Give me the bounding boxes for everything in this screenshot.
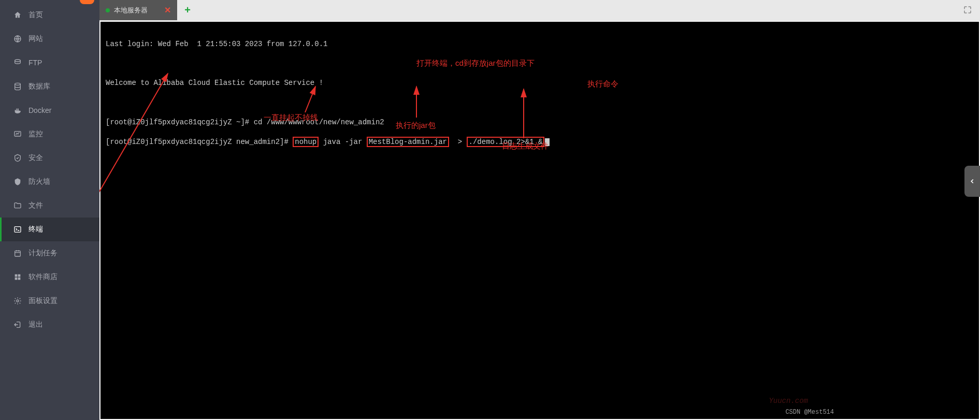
- apps-icon: [13, 272, 22, 282]
- ftp-icon: [13, 58, 22, 67]
- gear-icon: [13, 296, 22, 306]
- home-icon: [13, 10, 22, 20]
- sidebar-item-label: 数据库: [28, 82, 50, 91]
- annotation-jar: 执行的jar包: [396, 120, 436, 131]
- status-dot-icon: [106, 8, 110, 12]
- terminal-line: Welcome to Alibaba Cloud Elastic Compute…: [106, 78, 974, 88]
- sidebar-item-security[interactable]: 安全: [0, 146, 99, 170]
- add-tab-button[interactable]: +: [177, 0, 198, 20]
- sidebar-item-ftp[interactable]: FTP: [0, 51, 99, 75]
- svg-point-2: [15, 83, 21, 85]
- sidebar-item-website[interactable]: 网站: [0, 27, 99, 51]
- svg-rect-4: [15, 227, 21, 233]
- sidebar-item-label: 文件: [28, 201, 43, 210]
- sidebar-item-label: 面板设置: [28, 296, 57, 306]
- sidebar-item-label: 首页: [28, 10, 43, 20]
- sidebar-item-label: 防火墙: [28, 177, 50, 186]
- terminal-line: [106, 98, 974, 108]
- terminal-line: [root@iZ0jlf5pxdyac81qcg2ijyZ ~]# cd /ww…: [106, 118, 974, 127]
- side-drawer-handle[interactable]: [964, 166, 980, 197]
- sidebar-item-label: 退出: [28, 320, 43, 329]
- sidebar-item-appstore[interactable]: 软件商店: [0, 265, 99, 289]
- svg-rect-9: [18, 278, 21, 280]
- arrow-log-icon: [517, 86, 538, 141]
- firewall-icon: [13, 177, 22, 186]
- terminal-output[interactable]: Last login: Wed Feb 1 21:55:03 2023 from…: [100, 22, 979, 419]
- highlight-jar: MestBlog-admin.jar: [367, 137, 449, 147]
- main-area: 本地服务器 ✕ + Last login: Wed Feb 1 21:55:03…: [99, 0, 980, 420]
- annotation-open-terminal: 打开终端，cd到存放jar包的目录下: [416, 58, 535, 68]
- highlight-nohup: nohup: [293, 137, 319, 147]
- sidebar-item-settings[interactable]: 面板设置: [0, 289, 99, 313]
- sidebar-item-monitor[interactable]: 监控: [0, 122, 99, 146]
- sidebar-item-firewall[interactable]: 防火墙: [0, 170, 99, 194]
- logout-icon: [13, 320, 22, 329]
- sidebar-item-label: Docker: [28, 106, 51, 114]
- svg-rect-5: [15, 251, 21, 256]
- svg-rect-6: [15, 274, 18, 277]
- sidebar-item-label: 安全: [28, 153, 43, 163]
- svg-rect-8: [15, 278, 18, 280]
- fullscreen-icon[interactable]: [963, 5, 972, 15]
- sidebar-header: [0, 0, 99, 3]
- annotation-log: 日志生成文件: [502, 141, 549, 151]
- sidebar-item-label: 计划任务: [28, 249, 57, 258]
- docker-icon: [13, 106, 22, 115]
- sidebar-item-database[interactable]: 数据库: [0, 75, 99, 98]
- tab-label: 本地服务器: [114, 6, 148, 15]
- annotation-nohup: 一直挂起不掉线: [264, 112, 318, 123]
- folder-icon: [13, 201, 22, 210]
- svg-rect-7: [18, 274, 21, 277]
- sidebar-item-cron[interactable]: 计划任务: [0, 241, 99, 265]
- monitor-icon: [13, 129, 22, 139]
- annotation-exec-cmd: 执行命令: [587, 79, 618, 89]
- terminal-line: Last login: Wed Feb 1 21:55:03 2023 from…: [106, 39, 974, 49]
- terminal-icon: [13, 225, 22, 234]
- watermark-csdn: CSDN @Mest514: [785, 408, 834, 416]
- sidebar-item-label: 监控: [28, 129, 43, 139]
- terminal-tabbar: 本地服务器 ✕ +: [99, 0, 980, 21]
- sidebar-item-logout[interactable]: 退出: [0, 313, 99, 337]
- terminal-tab-local[interactable]: 本地服务器 ✕: [99, 0, 177, 20]
- svg-point-10: [17, 300, 19, 302]
- sidebar-item-home[interactable]: 首页: [0, 3, 99, 27]
- sidebar-item-label: 软件商店: [28, 272, 57, 282]
- database-icon: [13, 82, 22, 91]
- sidebar-item-label: 网站: [28, 34, 43, 44]
- sidebar-item-label: 终端: [28, 225, 43, 234]
- watermark-site: Yuucn.com: [769, 396, 808, 406]
- sidebar-item-terminal[interactable]: 终端: [0, 218, 99, 241]
- calendar-icon: [13, 249, 22, 258]
- header-badge-icon: [80, 0, 94, 4]
- sidebar-item-files[interactable]: 文件: [0, 194, 99, 218]
- close-icon[interactable]: ✕: [164, 5, 171, 15]
- terminal-line: [106, 59, 974, 69]
- sidebar-item-label: FTP: [28, 59, 42, 67]
- shield-icon: [13, 153, 22, 163]
- sidebar-item-docker[interactable]: Docker: [0, 98, 99, 122]
- globe-icon: [13, 34, 22, 44]
- sidebar: 首页 网站 FTP 数据库 Docker 监控 安全 防火墙: [0, 0, 99, 420]
- svg-point-1: [15, 60, 21, 62]
